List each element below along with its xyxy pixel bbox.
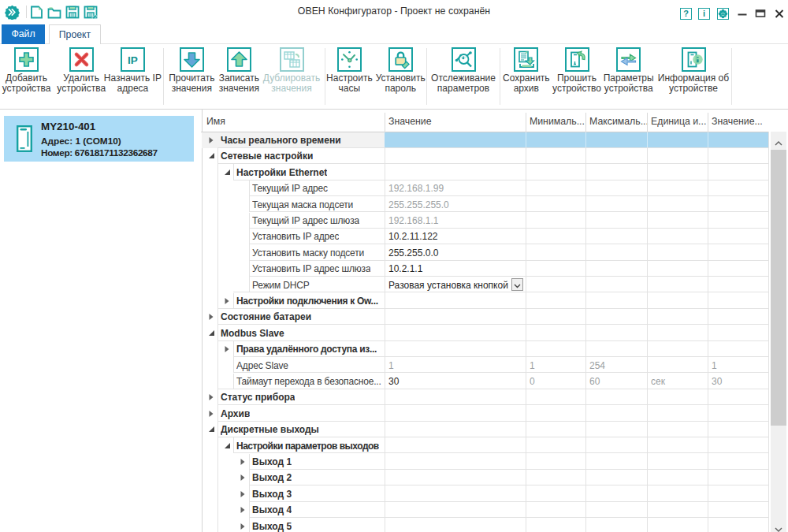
svg-text:IP: IP xyxy=(128,54,138,66)
